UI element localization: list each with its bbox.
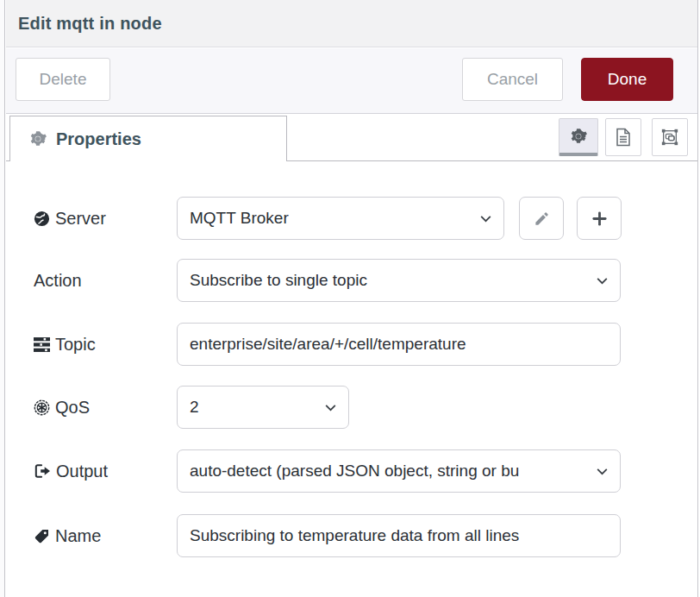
qos-label: QoS	[34, 386, 90, 429]
tab-button-appearance[interactable]	[652, 118, 688, 156]
pencil-icon	[534, 211, 550, 227]
output-label: Output	[34, 449, 108, 493]
tab-button-description[interactable]	[605, 118, 641, 156]
dialog-title: Edit mqtt in node	[18, 14, 162, 34]
document-icon	[615, 128, 632, 147]
sign-out-icon	[34, 463, 51, 479]
empire-icon	[34, 399, 50, 416]
dialog-header: Edit mqtt in node	[6, 0, 697, 47]
tab-properties[interactable]: Properties	[9, 116, 287, 161]
action-row: Action Subscribe to single topic	[6, 259, 697, 302]
tag-icon	[34, 528, 50, 544]
gear-icon	[29, 130, 47, 148]
server-select[interactable]: MQTT Broker	[177, 197, 504, 240]
plus-icon	[591, 211, 608, 227]
delete-button[interactable]: Delete	[16, 58, 110, 101]
gear-icon	[570, 128, 587, 145]
action-label: Action	[34, 259, 82, 302]
tab-bar: Properties	[6, 114, 697, 161]
qos-select[interactable]: 2	[177, 386, 349, 429]
topic-input[interactable]	[177, 323, 621, 366]
action-select[interactable]: Subscribe to single topic	[177, 259, 621, 302]
dialog-toolbar: Delete Cancel Done	[6, 48, 697, 114]
topic-row: Topic	[6, 323, 697, 366]
output-row: Output auto-detect (parsed JSON object, …	[6, 449, 697, 493]
edit-server-button[interactable]	[519, 197, 564, 240]
chevron-down-icon	[595, 273, 609, 288]
add-server-button[interactable]	[577, 197, 622, 240]
editor-edge	[0, 0, 5, 597]
topic-label: Topic	[34, 323, 96, 366]
tab-button-properties[interactable]	[559, 118, 598, 156]
globe-icon	[34, 211, 50, 227]
done-button[interactable]: Done	[581, 58, 673, 101]
name-row: Name	[6, 514, 697, 557]
chevron-down-icon	[323, 400, 338, 415]
chevron-down-icon	[478, 211, 493, 226]
chevron-down-icon	[595, 464, 609, 479]
tasks-icon	[34, 337, 50, 352]
qos-row: QoS 2	[6, 386, 697, 429]
edit-mqtt-in-node-dialog: Edit mqtt in node Delete Cancel Done Pro…	[6, 0, 698, 597]
appearance-icon	[660, 128, 679, 147]
properties-form: Server MQTT Broker Action	[6, 161, 697, 597]
output-select[interactable]: auto-detect (parsed JSON object, string …	[177, 449, 621, 493]
cancel-button[interactable]: Cancel	[462, 58, 563, 101]
server-row: Server MQTT Broker	[6, 197, 697, 240]
name-label: Name	[34, 514, 101, 557]
name-input[interactable]	[177, 514, 621, 557]
server-label: Server	[34, 197, 106, 240]
tab-properties-label: Properties	[56, 129, 141, 149]
